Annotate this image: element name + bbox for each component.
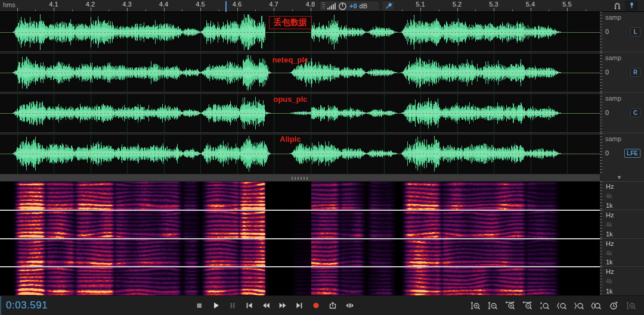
ruler-tick — [237, 8, 238, 11]
frequency-1k-label: 1k — [606, 258, 613, 266]
gain-value[interactable]: +0 — [349, 2, 357, 10]
skip-to-start-icon — [247, 303, 252, 308]
frequency-4k-label: 4k — [606, 278, 612, 285]
ruler-tick — [531, 8, 531, 11]
frequency-unit-label: Hz — [606, 211, 614, 219]
pause-button[interactable] — [225, 299, 240, 312]
frequency-tick-ruler — [600, 267, 602, 295]
amplitude-zero-label: 0 — [605, 149, 609, 157]
amplitude-unit-label: samp — [605, 95, 621, 102]
waveform-canvas[interactable] — [0, 12, 600, 174]
frequency-unit-label: Hz — [606, 240, 614, 247]
overlay-pin-button[interactable] — [382, 1, 395, 11]
track-amplitude-panels: samp0Lsamp0Rsamp0Csamp0LFE — [600, 12, 644, 174]
track-panel-C: samp0C — [600, 93, 644, 133]
ruler-tick — [586, 10, 586, 11]
stop-icon — [197, 304, 202, 308]
amplitude-unit-label: samp — [605, 54, 621, 61]
ruler-tick — [255, 10, 256, 11]
zoom-reset-button[interactable] — [538, 299, 550, 312]
play-icon — [214, 302, 219, 308]
channel-badge-C[interactable]: C — [630, 108, 640, 117]
loop-playback-button[interactable] — [326, 299, 340, 312]
zoom-selection-button[interactable] — [590, 299, 602, 312]
zoom-time-icon — [611, 302, 617, 309]
skip-to-end-button[interactable] — [292, 299, 306, 312]
zoom-vertical-disabled-button — [625, 299, 637, 312]
timeline-ruler[interactable]: hms 4.14.24.34.44.54.64.74.84.955.15.25.… — [0, 0, 600, 12]
loop-playback-icon — [330, 302, 336, 308]
zoom-reset-icon — [540, 302, 549, 309]
channel-badge-LFE[interactable]: LFE — [624, 149, 640, 158]
frequency-1k-label: 1k — [606, 202, 613, 209]
zoom-in-vertical-button[interactable] — [469, 299, 481, 312]
ruler-tick — [219, 10, 219, 11]
spectro-panel-4: Hz4k1k — [600, 267, 644, 295]
skip-selection-button[interactable] — [342, 299, 357, 312]
track-label-2: neteq_plc — [273, 55, 309, 64]
ruler-tick-label: 4.8 — [306, 1, 315, 8]
track-label-1: 丢包数据 — [269, 16, 312, 29]
frequency-unit-label: Hz — [606, 268, 614, 275]
record-button[interactable] — [309, 299, 323, 312]
zoom-in-point-icon — [558, 303, 566, 310]
amplitude-zero-label: 0 — [605, 109, 609, 116]
skip-to-end-icon — [296, 303, 302, 308]
ruler-tick — [549, 10, 549, 11]
audio-editor-window: hms 4.14.24.34.44.54.64.74.84.955.15.25.… — [0, 0, 644, 315]
ruler-tick-label: 4.1 — [49, 1, 58, 8]
record-icon — [313, 302, 318, 308]
zoom-time-button[interactable] — [608, 299, 620, 312]
spectro-panel-2: Hz4k1k — [600, 210, 644, 239]
skip-to-start-button[interactable] — [242, 299, 256, 312]
frequency-tick-ruler — [600, 239, 602, 267]
spectro-panel-3: Hz4k1k — [600, 239, 644, 267]
ruler-tick — [494, 8, 494, 11]
pin-toggle-button[interactable] — [625, 1, 638, 11]
grip-icon[interactable] — [322, 2, 325, 10]
play-button[interactable] — [209, 299, 223, 312]
zoom-selection-icon — [592, 303, 601, 310]
ruler-tick-label: 4.6 — [233, 1, 242, 8]
zoom-out-point-button[interactable] — [573, 299, 585, 312]
spectrogram-frequency-panels: Hz4k1kHz4k1kHz4k1kHz4k1k — [600, 182, 644, 295]
frequency-1k-label: 1k — [606, 230, 613, 238]
ruler-tick — [457, 8, 458, 11]
frequency-1k-label: 1k — [606, 288, 613, 295]
magnet-icon[interactable] — [612, 1, 623, 11]
amplitude-tick-ruler — [600, 12, 602, 52]
view-splitter[interactable] — [0, 174, 600, 182]
rewind-button[interactable] — [259, 299, 273, 312]
ruler-tick-label: 4.2 — [86, 1, 95, 8]
zoom-out-horizontal-icon — [523, 302, 532, 309]
channel-badge-L[interactable]: L — [630, 27, 640, 36]
chevron-down-icon[interactable]: ▼ — [617, 174, 622, 180]
fast-forward-button[interactable] — [275, 299, 290, 312]
amplitude-unit-label: samp — [605, 14, 621, 21]
ruler-tick — [72, 10, 73, 11]
stop-button[interactable] — [192, 299, 206, 312]
time-display[interactable]: 0:03.591 — [6, 300, 48, 311]
zoom-in-vertical-icon — [471, 302, 479, 310]
gain-knob-icon[interactable] — [338, 2, 347, 11]
ruler-tick-label: 5.4 — [526, 1, 535, 8]
playhead-marker[interactable] — [225, 1, 227, 12]
zoom-out-vertical-button[interactable] — [487, 299, 499, 312]
channel-badge-R[interactable]: R — [630, 68, 640, 77]
ruler-tick-label: 5.3 — [489, 1, 498, 8]
gain-meter-overlay[interactable]: +0 dB — [319, 1, 380, 11]
zoom-out-horizontal-button[interactable] — [521, 299, 533, 312]
frequency-4k-label: 4k — [606, 193, 612, 199]
zoom-in-horizontal-button[interactable] — [504, 299, 516, 312]
gain-unit: dB — [360, 2, 367, 10]
spectrogram-canvas[interactable] — [0, 182, 600, 295]
splitter-grip-icon[interactable] — [292, 177, 308, 180]
pin-icon — [385, 2, 393, 10]
zoom-in-point-button[interactable] — [556, 299, 568, 312]
frequency-4k-label: 4k — [606, 222, 612, 228]
amplitude-tick-ruler — [600, 52, 602, 92]
ruler-tick — [292, 10, 293, 11]
frequency-tick-ruler — [600, 182, 602, 210]
track-label-4: Aliplc — [280, 135, 301, 144]
ruler-tick — [164, 8, 165, 11]
